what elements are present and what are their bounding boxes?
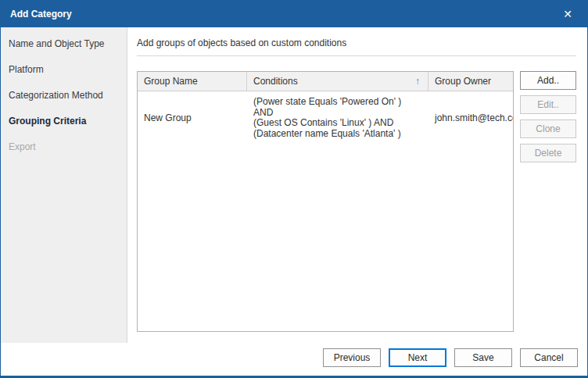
grouping-criteria-content: Group Name Conditions ↑ Group Owner New … (127, 56, 587, 343)
step-description: Add groups of objects based on custom co… (137, 37, 346, 48)
title-bar: Add Category ✕ (1, 1, 587, 27)
sort-ascending-icon: ↑ (415, 76, 421, 87)
groups-table-body: New Group (Power state Equals 'Powered O… (138, 91, 513, 331)
column-header-group-name-label: Group Name (144, 76, 198, 87)
delete-button: Delete (520, 144, 576, 162)
condition-line-2: (Guest OS Contains 'Linux' ) AND (253, 118, 422, 129)
add-category-dialog: Add Category ✕ Name and Object Type Plat… (0, 0, 588, 378)
condition-line-1: (Power state Equals 'Powered On' ) AND (253, 97, 422, 118)
column-header-group-owner[interactable]: Group Owner (428, 72, 513, 91)
table-row[interactable]: New Group (Power state Equals 'Powered O… (138, 91, 513, 144)
cell-conditions: (Power state Equals 'Powered On' ) AND (… (247, 97, 428, 139)
column-header-group-name[interactable]: Group Name (138, 72, 247, 91)
step-description-wrap: Add groups of objects based on custom co… (137, 27, 576, 56)
cancel-button[interactable]: Cancel (520, 348, 578, 367)
sidebar-item-export: Export (1, 134, 127, 159)
sidebar-item-grouping-criteria[interactable]: Grouping Criteria (1, 108, 127, 134)
edit-button: Edit.. (520, 95, 576, 114)
sidebar-item-categorization-method[interactable]: Categorization Method (1, 82, 127, 108)
condition-line-3: (Datacenter name Equals 'Atlanta' ) (253, 129, 422, 140)
group-actions: Add.. Edit.. Clone Delete (520, 71, 578, 332)
wizard-steps-sidebar: Name and Object Type Platform Categoriza… (1, 27, 127, 343)
column-header-conditions[interactable]: Conditions ↑ (247, 72, 428, 91)
close-icon[interactable]: ✕ (558, 4, 578, 24)
dialog-footer: Previous Next Save Cancel (1, 343, 587, 376)
add-button[interactable]: Add.. (520, 71, 576, 90)
save-button[interactable]: Save (454, 348, 512, 367)
next-button[interactable]: Next (389, 348, 446, 367)
column-header-group-owner-label: Group Owner (435, 76, 491, 87)
sidebar-item-platform[interactable]: Platform (1, 56, 127, 82)
clone-button: Clone (520, 119, 576, 138)
main-panel: Add groups of objects based on custom co… (127, 27, 587, 343)
column-header-conditions-label: Conditions (253, 76, 298, 87)
dialog-title: Add Category (10, 9, 72, 20)
groups-table: Group Name Conditions ↑ Group Owner New … (137, 71, 514, 332)
dialog-body: Name and Object Type Platform Categoriza… (1, 27, 587, 343)
sidebar-item-name-and-object-type[interactable]: Name and Object Type (1, 30, 127, 56)
cell-group-owner: john.smith@tech.com (428, 112, 513, 123)
previous-button[interactable]: Previous (323, 348, 381, 367)
groups-table-header: Group Name Conditions ↑ Group Owner (138, 72, 513, 91)
cell-group-name: New Group (138, 112, 247, 123)
